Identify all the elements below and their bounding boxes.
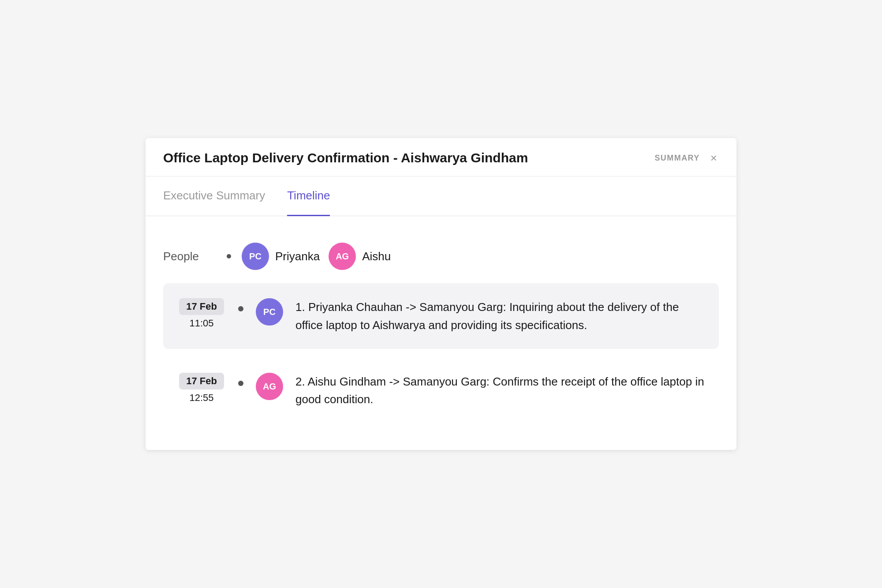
person-aishu-name: Aishu [362,250,391,263]
page-title: Office Laptop Delivery Confirmation - Ai… [163,150,654,165]
avatar-ag: AG [329,243,356,270]
entry-bullet-2 [238,381,243,386]
content-area: People PC Priyanka AG Aishu [146,216,736,449]
date-block-1: 17 Feb 11:05 [177,298,226,329]
entry-avatar-1: PC [256,298,283,326]
entry-avatar-2: AG [256,373,283,400]
date-block-2: 17 Feb 12:55 [177,373,226,404]
entry-avatar-initials-1: PC [263,307,276,317]
entry-avatar-initials-2: AG [263,382,276,392]
person-priyanka: PC Priyanka [242,243,320,270]
entry-text-1: 1. Priyanka Chauhan -> Samanyou Garg: In… [295,298,705,334]
tab-timeline[interactable]: Timeline [287,176,330,216]
people-label: People [163,250,216,263]
avatar-pc: PC [242,243,269,270]
avatar-pc-initials: PC [249,251,262,262]
time-text-1: 11:05 [177,318,226,329]
date-badge-1: 17 Feb [179,298,224,315]
people-list: PC Priyanka AG Aishu [242,243,391,270]
people-bullet [227,254,231,258]
time-text-2: 12:55 [177,392,226,404]
tab-executive-summary[interactable]: Executive Summary [163,176,265,216]
main-panel: Office Laptop Delivery Confirmation - Ai… [146,138,736,449]
header-actions: SUMMARY × [654,150,719,165]
timeline-list: 17 Feb 11:05 PC 1. Priyanka Chauhan -> S… [163,283,719,432]
summary-label: SUMMARY [654,154,699,163]
people-section: People PC Priyanka AG Aishu [163,234,719,283]
date-badge-2: 17 Feb [179,373,224,390]
timeline-entry-1: 17 Feb 11:05 PC 1. Priyanka Chauhan -> S… [163,283,719,349]
header: Office Laptop Delivery Confirmation - Ai… [146,138,736,176]
tabs-bar: Executive Summary Timeline [146,176,736,216]
close-button[interactable]: × [709,150,719,165]
avatar-ag-initials: AG [336,251,349,262]
person-priyanka-name: Priyanka [275,250,320,263]
entry-bullet-1 [238,306,243,311]
person-aishu: AG Aishu [329,243,391,270]
timeline-entry-2: 17 Feb 12:55 AG 2. Aishu Gindham -> Sama… [163,358,719,423]
entry-text-2: 2. Aishu Gindham -> Samanyou Garg: Confi… [295,373,705,408]
